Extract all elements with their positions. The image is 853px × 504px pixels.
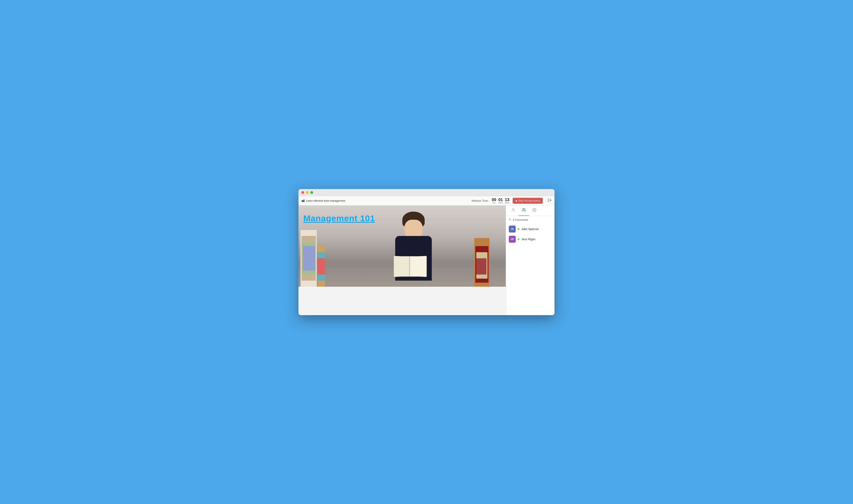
person-silhouette: [385, 212, 442, 283]
book-left-page: [394, 256, 410, 277]
browser-window: 📹 Learn effective time management Webina…: [298, 189, 555, 315]
video-title-overlay: Management 101: [303, 214, 375, 223]
video-below-area: [298, 287, 506, 315]
minutes-value: 01: [498, 198, 503, 202]
seconds-label: secs: [505, 202, 509, 204]
stop-broadcasting-button[interactable]: ■ Stop Broadcasting: [513, 198, 543, 204]
hours-unit: 00 hrs: [492, 198, 496, 204]
participant-item-jess: JR Jess Riges: [506, 234, 555, 244]
people-icon: [509, 218, 512, 221]
connected-count-label: 2 Connected: [513, 218, 528, 221]
avatar-initials-jess: JR: [511, 238, 514, 241]
stop-broadcasting-label: Stop Broadcasting: [518, 199, 540, 202]
svg-point-4: [509, 218, 510, 219]
minutes-unit: 01 mins: [498, 198, 503, 204]
close-button[interactable]: [301, 191, 304, 194]
time-display: 00 hrs 01 mins 13 secs: [492, 198, 509, 204]
camera-icon: 📹: [301, 199, 305, 202]
books-right: [469, 234, 489, 287]
connected-count: 2 Connected: [506, 216, 555, 223]
svg-point-3: [534, 209, 535, 210]
tab-people[interactable]: [519, 205, 529, 216]
books-left: [300, 222, 325, 287]
svg-point-2: [523, 208, 524, 210]
video-area: Management 101: [298, 205, 506, 315]
maximize-button[interactable]: [310, 191, 313, 194]
tab-chat[interactable]: [508, 205, 519, 216]
minutes-label: mins: [499, 202, 503, 204]
sidebar: 2 Connected JS Jake Spencer JR: [506, 205, 555, 315]
participant-name-jess: Jess Riges: [521, 238, 552, 241]
exit-icon[interactable]: [547, 198, 552, 203]
minimize-button[interactable]: [306, 191, 309, 194]
title-bar: [298, 189, 555, 196]
tab-settings[interactable]: [529, 205, 540, 216]
avatar-jake: JS: [509, 226, 516, 233]
open-book: [394, 256, 426, 276]
main-area: Management 101: [298, 205, 555, 315]
toolbar: 📹 Learn effective time management Webina…: [298, 196, 555, 205]
avatar-initials-jake: JS: [511, 228, 514, 231]
svg-point-1: [513, 208, 514, 210]
stop-icon: ■: [516, 199, 517, 202]
participant-name-jake: Jake Spencer: [521, 228, 552, 231]
avatar-jess: JR: [509, 236, 516, 242]
participant-item-jake: JS Jake Spencer: [506, 224, 555, 234]
video-placeholder: Management 101: [298, 205, 506, 287]
seconds-unit: 13 secs: [505, 198, 509, 204]
book-right-page: [411, 256, 427, 277]
webinar-time-label: Webinar Time:: [472, 199, 489, 202]
seconds-value: 13: [505, 198, 509, 202]
page-title-bar: 📹 Learn effective time management: [301, 199, 472, 202]
hours-value: 00: [492, 198, 496, 202]
video-container: Management 101: [298, 205, 506, 287]
page-title: Learn effective time management: [306, 199, 345, 202]
participant-list: JS Jake Spencer JR Jess Riges: [506, 223, 555, 246]
online-dot-jake: [518, 228, 519, 230]
online-dot-jess: [518, 238, 519, 240]
sidebar-tabs: [506, 205, 555, 216]
toolbar-right: Webinar Time: 00 hrs 01 mins 13 secs ■ S…: [472, 198, 552, 204]
hours-label: hrs: [492, 202, 495, 204]
